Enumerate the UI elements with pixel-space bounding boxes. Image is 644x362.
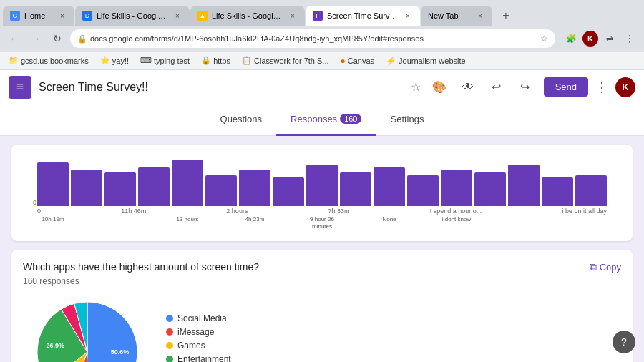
address-bar-row: ← → ↻ 🔒 docs.google.com/forms/d/1MP-6oso…	[0, 26, 644, 52]
bar-sublabel	[508, 216, 540, 230]
tab-label-screentime: Screen Time Survey!! - Google ...	[327, 11, 399, 20]
bar-axis: 011h 46m2 hours7h 33mI spend a hour o...…	[23, 207, 621, 215]
bookmark-canvas-icon: ●	[341, 56, 346, 66]
user-avatar[interactable]: K	[615, 77, 635, 97]
pie-label: 26.9%	[46, 342, 64, 349]
menu-icon[interactable]: ⋮	[621, 30, 638, 47]
bookmark-label: yay!!	[112, 57, 129, 65]
send-button[interactable]: Send	[544, 77, 588, 97]
bookmark-folder-icon: 📁	[9, 56, 19, 65]
forms-content: 0 011h 46m2 hours7h 33mI spend a hour o.…	[0, 136, 644, 362]
kebab-menu-icon[interactable]: ⋮	[595, 79, 608, 95]
bar-sublabel	[104, 216, 136, 230]
tab-favicon-home: G	[10, 11, 20, 21]
bar-sublabel	[575, 216, 607, 230]
undo-icon[interactable]: ↩	[485, 76, 508, 99]
bar-sublabel: 13 hours	[172, 216, 203, 230]
bar-axis-label: i be on it all day	[562, 207, 607, 215]
tab-close-screentime[interactable]: ×	[403, 11, 413, 21]
legend-dot	[166, 315, 173, 322]
bookmark-typing[interactable]: ⌨ typing test	[137, 56, 192, 65]
bar-item	[542, 177, 573, 206]
tab-close-docs[interactable]: ×	[172, 11, 182, 21]
bookmark-canvas[interactable]: ● Canvas	[338, 56, 378, 66]
address-bar[interactable]: 🔒 docs.google.com/forms/d/1MP-6osohh1uJa…	[70, 29, 555, 48]
pie-chart-card: Which apps have the highest amount of sc…	[11, 250, 633, 362]
bar-item	[37, 162, 69, 206]
bookmark-label: https	[213, 57, 230, 65]
legend-dot	[166, 356, 173, 362]
tab-questions[interactable]: Questions	[206, 104, 277, 136]
back-button[interactable]: ←	[6, 30, 23, 47]
forms-header: ≡ Screen Time Survey!! ☆ 🎨 👁 ↩ ↪ Send ⋮ …	[0, 70, 644, 104]
bar-item	[340, 172, 371, 206]
profile-icon[interactable]: K	[582, 31, 598, 47]
copy-button[interactable]: ⧉ Copy	[590, 261, 621, 273]
bar-sublabel: 4h 23m	[239, 216, 270, 230]
palette-icon[interactable]: 🎨	[428, 76, 451, 99]
tab-settings[interactable]: Settings	[376, 104, 438, 136]
pie-question-text: Which apps have the highest amount of sc…	[23, 261, 259, 273]
bookmark-yay[interactable]: ⭐ yay!!	[97, 56, 132, 65]
copy-icon: ⧉	[590, 261, 597, 273]
bar-axis-label: 2 hours	[226, 207, 248, 215]
bar-item	[474, 172, 506, 206]
tab-close-newtab[interactable]: ×	[475, 11, 485, 21]
bar-sublabel	[474, 216, 506, 230]
bookmark-lock-icon: 🔒	[201, 56, 211, 65]
tab-drive[interactable]: ▲ Life Skills - Google Drive ×	[190, 6, 305, 26]
bookmark-https[interactable]: 🔒 https	[198, 56, 233, 65]
tab-bar: G Home × D Life Skills - Google Docs × ▲…	[0, 0, 644, 26]
bar-axis-label: 7h 33m	[328, 207, 350, 215]
tab-docs[interactable]: D Life Skills - Google Docs ×	[75, 6, 190, 26]
bookmark-journalism[interactable]: ⚡ Journalism website	[383, 56, 469, 66]
bar-labels-row: 10h 19m13 hours4h 23m9 hour 26 minutesNo…	[23, 215, 621, 230]
bar-chart-wrapper: 0	[23, 156, 621, 206]
bookmark-classwork[interactable]: 📋 Classwork for 7th S...	[239, 56, 332, 65]
bar-sublabel	[273, 216, 304, 230]
extensions-icon[interactable]: 🧩	[562, 30, 580, 47]
legend-label: Games	[177, 341, 205, 351]
bookmark-star-icon[interactable]: ☆	[540, 34, 548, 44]
tab-questions-label: Questions	[220, 114, 263, 124]
tab-close-home[interactable]: ×	[57, 11, 67, 21]
bar-item	[374, 167, 405, 206]
tab-close-drive[interactable]: ×	[288, 11, 298, 21]
bookmark-gcsd[interactable]: 📁 gcsd.us bookmarks	[6, 56, 92, 65]
legend-item: iMessage	[166, 327, 253, 337]
forward-button[interactable]: →	[27, 30, 44, 47]
bookmark-label: Canvas	[348, 57, 374, 65]
bar-sublabel: 10h 19m	[37, 216, 69, 230]
browser-frame: G Home × D Life Skills - Google Docs × ▲…	[0, 0, 644, 70]
bookmarks-bar: 📁 gcsd.us bookmarks ⭐ yay!! ⌨ typing tes…	[0, 52, 644, 70]
bar-axis-label: I spend a hour o...	[430, 207, 482, 215]
redo-icon[interactable]: ↪	[514, 76, 537, 99]
bar-item	[172, 160, 203, 206]
forms-star-icon[interactable]: ☆	[411, 80, 421, 94]
legend-dot	[166, 342, 173, 349]
header-icons: 🎨 👁 ↩ ↪	[428, 76, 537, 99]
tab-label-home: Home	[24, 11, 53, 20]
tab-screen-time[interactable]: F Screen Time Survey!! - Google ... ×	[306, 6, 420, 26]
bar-sublabel	[138, 216, 170, 230]
pie-legend: Social MediaiMessageGamesEntertainmentSh…	[166, 313, 253, 362]
bookmark-label: Classwork for 7th S...	[254, 57, 329, 65]
tab-home[interactable]: G Home ×	[3, 6, 74, 26]
bookmark-label: Journalism website	[399, 57, 466, 65]
tab-responses[interactable]: Responses 160	[276, 104, 376, 136]
tab-favicon-drive: ▲	[197, 11, 208, 21]
forms-logo-icon: ≡	[16, 79, 24, 94]
lock-icon: 🔒	[77, 34, 87, 44]
new-tab-button[interactable]: +	[496, 6, 516, 26]
bar-sublabel	[407, 216, 439, 230]
tab-settings-label: Settings	[390, 114, 424, 124]
legend-item: Games	[166, 341, 253, 351]
sync-icon[interactable]: ⇌	[601, 30, 618, 47]
preview-icon[interactable]: 👁	[457, 76, 479, 99]
bar-item	[138, 167, 170, 206]
bar-sublabel	[71, 216, 102, 230]
reload-button[interactable]: ↻	[49, 30, 66, 47]
tab-responses-label: Responses	[291, 114, 337, 124]
help-button[interactable]: ?	[613, 331, 635, 353]
tab-newtab[interactable]: New Tab ×	[421, 6, 492, 26]
